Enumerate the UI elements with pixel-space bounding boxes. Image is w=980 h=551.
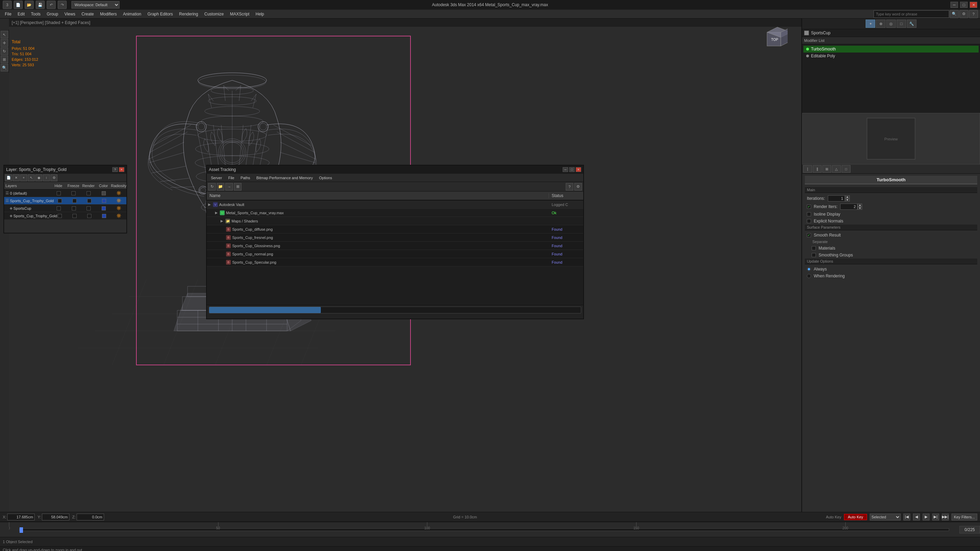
layer-freeze-trophy[interactable] (67, 199, 82, 203)
ts-smoothing-groups-check[interactable] (812, 253, 816, 257)
prev-frame-btn[interactable]: ◀ (913, 514, 920, 521)
ts-render-iters-check[interactable]: ✓ (807, 205, 811, 209)
layer-color-trophy2[interactable] (97, 214, 111, 218)
menu-maxscript[interactable]: MAXScript (227, 11, 252, 17)
timeline-slider[interactable] (19, 528, 949, 531)
key-mode-select[interactable]: Selected (870, 514, 900, 521)
layer-render-trophy2[interactable] (82, 214, 97, 218)
layer-freeze-sportscup[interactable] (66, 206, 81, 210)
ts-iterations-up[interactable]: ▲ (845, 195, 850, 198)
ts-explicit-normals-check[interactable] (807, 219, 811, 223)
display-tab[interactable]: □ (897, 19, 906, 28)
ts-always-radio[interactable] (807, 267, 811, 271)
menu-rendering[interactable]: Rendering (176, 11, 200, 17)
menu-edit[interactable]: Edit (15, 11, 27, 17)
rotate-tool[interactable]: ↻ (1, 48, 8, 55)
menu-group[interactable]: Group (44, 11, 61, 17)
modifier-sub-tab-2[interactable]: ‖ (813, 165, 822, 173)
ts-smooth-result-check[interactable]: ✓ (807, 233, 811, 237)
asset-settings-btn[interactable]: ⚙ (574, 183, 582, 191)
asset-table[interactable]: Name Status ▶ V Autodesk Vault Logged C … (207, 192, 583, 305)
search-btn[interactable]: 🔍 (950, 10, 959, 18)
workspace-select[interactable]: Workspace: Default (72, 1, 119, 9)
asset-row-glossiness[interactable]: B Sports_Cup_Glossiness.png Found (207, 242, 583, 250)
menu-help[interactable]: Help (253, 11, 267, 17)
asset-row-maps[interactable]: ▶ 📁 Maps / Shaders (207, 217, 583, 225)
menu-create[interactable]: Create (79, 11, 97, 17)
modifier-sub-tab-5[interactable]: □ (842, 165, 851, 173)
search-input[interactable] (873, 10, 949, 18)
asset-row-specular[interactable]: B Sports_Cup_Specular.png Found (207, 258, 583, 267)
app-icon[interactable]: 3 (3, 1, 12, 9)
layer-radiosity-trophy[interactable]: 🔆 (111, 198, 126, 203)
layer-row-default[interactable]: ☰ 0 (default) 🔆 (4, 189, 126, 197)
layer-delete-btn[interactable]: ✕ (13, 175, 19, 181)
undo-btn[interactable]: ↶ (47, 1, 56, 9)
zoom-tool[interactable]: 🔍 (1, 64, 8, 71)
menu-file[interactable]: File (2, 11, 14, 17)
object-color-swatch[interactable] (804, 30, 809, 35)
layer-radiosity-trophy2[interactable]: 🔆 (111, 214, 126, 218)
ts-iterations-spinner[interactable]: ▲ ▼ (828, 195, 850, 202)
layer-new-btn[interactable]: 📄 (5, 175, 12, 181)
ts-render-iters-spinner[interactable]: ▲ ▼ (840, 203, 862, 210)
layer-select-btn[interactable]: ↖ (28, 175, 35, 181)
layer-move-btn[interactable]: ↕ (43, 175, 50, 181)
asset-refresh-btn[interactable]: ↻ (208, 183, 216, 191)
x-coord-input[interactable] (7, 514, 35, 521)
asset-view-btn[interactable]: ⊞ (234, 183, 242, 191)
asset-help-btn[interactable]: ? (566, 183, 573, 191)
layer-render-sportscup[interactable] (81, 206, 97, 210)
asset-menu-file[interactable]: File (225, 175, 237, 181)
layer-close-btn[interactable]: ✕ (119, 167, 124, 172)
asset-menu-paths[interactable]: Paths (238, 175, 253, 181)
prev-key-btn[interactable]: |◀ (904, 514, 910, 521)
asset-row-vault[interactable]: ▶ V Autodesk Vault Logged C (207, 200, 583, 209)
asset-row-normal[interactable]: B Sports_Cup_normal.png Found (207, 250, 583, 258)
new-btn[interactable]: 📄 (14, 1, 23, 9)
modifier-list-label[interactable]: Modifier List (802, 37, 980, 44)
layer-color-default[interactable] (96, 191, 111, 195)
asset-setpath-btn[interactable]: → (225, 183, 233, 191)
layer-settings-btn[interactable]: ⚙ (51, 175, 57, 181)
layer-color-sportscup[interactable] (96, 206, 111, 210)
move-tool[interactable]: ✛ (1, 39, 8, 47)
asset-menu-bitmap[interactable]: Bitmap Performance and Memory (253, 175, 315, 181)
minimize-btn[interactable]: ─ (950, 2, 958, 8)
ts-render-iters-up[interactable]: ▲ (858, 203, 862, 206)
asset-menu-server[interactable]: Server (208, 175, 225, 181)
asset-row-maxfile[interactable]: ▶ M Metal_Sports_Cup_max_vray.max Ok (207, 209, 583, 217)
asset-minimize-btn[interactable]: ─ (563, 167, 568, 172)
layer-row-sportscup[interactable]: ◈ SportsCup 🔆 (4, 205, 126, 212)
menu-views[interactable]: Views (62, 11, 78, 17)
layer-render-default[interactable] (81, 191, 96, 195)
maximize-btn[interactable]: □ (960, 2, 967, 8)
layer-color-trophy[interactable] (97, 199, 111, 203)
menu-animation[interactable]: Animation (120, 11, 144, 17)
scale-tool[interactable]: ⊞ (1, 56, 8, 63)
layer-freeze-default[interactable] (66, 191, 81, 195)
asset-maximize-btn[interactable]: □ (569, 167, 575, 172)
layer-render-trophy[interactable] (82, 199, 97, 203)
key-filters-btn[interactable]: Key Filters... (951, 514, 977, 521)
timeline-ruler[interactable]: 0 50 100 150 200 (9, 522, 959, 537)
redo-btn[interactable]: ↷ (58, 1, 67, 9)
timeline-area[interactable]: 0 50 100 150 200 0 / 225 (0, 522, 980, 537)
help-btn[interactable]: ? (969, 10, 978, 18)
asset-close-btn[interactable]: ✕ (576, 167, 581, 172)
asset-locate-btn[interactable]: 📁 (217, 183, 224, 191)
close-btn[interactable]: ✕ (970, 2, 977, 8)
layer-freeze-trophy2[interactable] (67, 214, 82, 218)
menu-tools[interactable]: Tools (28, 11, 43, 17)
frame-counter[interactable]: 0 / 225 (959, 526, 980, 534)
layer-highlight-btn[interactable]: ◉ (35, 175, 42, 181)
layer-row-trophy[interactable]: ☰ Sports_Cup_Trophy_Gold 🔆 (4, 197, 126, 205)
ts-render-iters-down[interactable]: ▼ (858, 206, 862, 210)
layer-radiosity-sportscup[interactable]: 🔆 (111, 206, 126, 210)
auto-key-button[interactable]: Auto Key (844, 514, 867, 520)
layer-hide-default[interactable] (51, 191, 66, 195)
layer-hide-trophy[interactable] (52, 199, 67, 203)
timeline-handle[interactable] (19, 527, 23, 533)
layer-hide-sportscup[interactable] (51, 206, 66, 210)
open-btn[interactable]: 📂 (25, 1, 33, 9)
